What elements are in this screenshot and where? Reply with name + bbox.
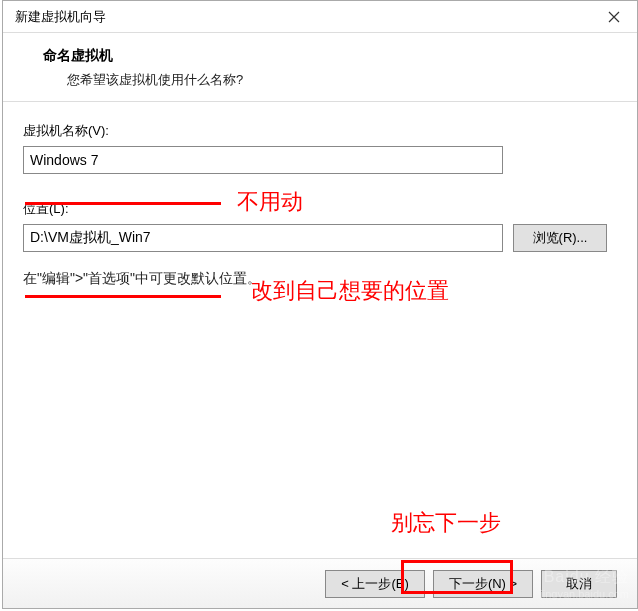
wizard-footer: < 上一步(B) 下一步(N) > 取消: [3, 558, 637, 608]
annotation-dont-forget: 别忘下一步: [391, 508, 501, 538]
annotation-dont-change: 不用动: [237, 187, 303, 217]
wizard-window: 新建虚拟机向导 命名虚拟机 您希望该虚拟机使用什么名称? 虚拟机名称(V): 位…: [2, 0, 638, 609]
back-button[interactable]: < 上一步(B): [325, 570, 425, 598]
cancel-button[interactable]: 取消: [541, 570, 617, 598]
annotation-change-location: 改到自己想要的位置: [251, 276, 449, 306]
titlebar[interactable]: 新建虚拟机向导: [3, 1, 637, 33]
wizard-header: 命名虚拟机 您希望该虚拟机使用什么名称?: [3, 33, 637, 102]
annotation-underline-location: [25, 295, 221, 298]
location-row: 浏览(R)...: [23, 224, 617, 252]
close-button[interactable]: [591, 1, 637, 33]
vm-name-row: [23, 146, 617, 174]
subheading: 您希望该虚拟机使用什么名称?: [43, 71, 597, 89]
content-area: 虚拟机名称(V): 位置(L): 浏览(R)... 在"编辑">"首选项"中可更…: [3, 102, 637, 288]
close-icon: [608, 11, 620, 23]
annotation-underline-name: [25, 202, 221, 205]
window-title: 新建虚拟机向导: [15, 8, 106, 26]
location-input[interactable]: [23, 224, 503, 252]
next-button[interactable]: 下一步(N) >: [433, 570, 533, 598]
browse-button[interactable]: 浏览(R)...: [513, 224, 607, 252]
heading: 命名虚拟机: [43, 47, 597, 65]
vm-name-input[interactable]: [23, 146, 503, 174]
vm-name-label: 虚拟机名称(V):: [23, 122, 617, 140]
